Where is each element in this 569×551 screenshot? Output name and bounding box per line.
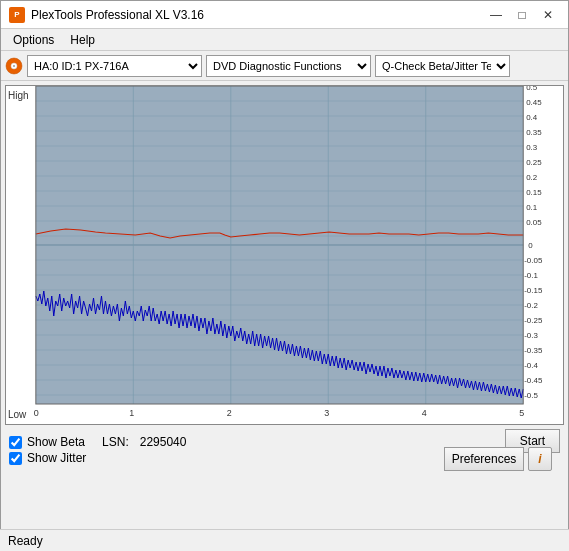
svg-text:-0.2: -0.2 [524, 301, 538, 310]
svg-text:0.35: 0.35 [526, 128, 542, 137]
show-beta-row: Show Beta LSN: 2295040 [9, 435, 186, 449]
status-text: Ready [8, 534, 43, 548]
preferences-button[interactable]: Preferences [444, 447, 524, 471]
svg-text:0.4: 0.4 [526, 113, 538, 122]
show-jitter-label[interactable]: Show Jitter [27, 451, 86, 465]
menu-help[interactable]: Help [62, 31, 103, 49]
svg-text:2: 2 [227, 408, 232, 418]
menu-options[interactable]: Options [5, 31, 62, 49]
svg-text:-0.25: -0.25 [524, 316, 543, 325]
chart-svg: 0.5 0.45 0.4 0.35 0.3 0.25 0.2 0.15 0.1 … [6, 86, 563, 424]
lsn-label: LSN: [102, 435, 129, 449]
pref-buttons: Preferences i [444, 447, 552, 471]
svg-text:0.3: 0.3 [526, 143, 538, 152]
svg-text:5: 5 [519, 408, 524, 418]
svg-text:-0.4: -0.4 [524, 361, 538, 370]
svg-text:4: 4 [422, 408, 427, 418]
svg-text:0: 0 [528, 241, 533, 250]
svg-text:0.2: 0.2 [526, 173, 538, 182]
title-bar: P PlexTools Professional XL V3.16 — □ ✕ [1, 1, 568, 29]
title-bar-left: P PlexTools Professional XL V3.16 [9, 7, 204, 23]
show-beta-label[interactable]: Show Beta [27, 435, 85, 449]
svg-text:-0.05: -0.05 [524, 256, 543, 265]
svg-text:-0.15: -0.15 [524, 286, 543, 295]
lsn-value: 2295040 [140, 435, 187, 449]
y-axis-high-label: High [8, 90, 29, 101]
svg-text:0: 0 [34, 408, 39, 418]
maximize-button[interactable]: □ [510, 5, 534, 25]
y-axis-low-label: Low [8, 409, 26, 420]
svg-text:0.25: 0.25 [526, 158, 542, 167]
status-bar: Ready [0, 529, 569, 551]
info-button[interactable]: i [528, 447, 552, 471]
test-select[interactable]: Q-Check Beta/Jitter Test [375, 55, 510, 77]
function-select[interactable]: DVD Diagnostic Functions [206, 55, 371, 77]
svg-text:-0.5: -0.5 [524, 391, 538, 400]
svg-text:3: 3 [324, 408, 329, 418]
svg-text:-0.45: -0.45 [524, 376, 543, 385]
menu-bar: Options Help [1, 29, 568, 51]
chart-container: High Low 0.5 [5, 85, 564, 425]
svg-text:0.15: 0.15 [526, 188, 542, 197]
svg-text:0.1: 0.1 [526, 203, 538, 212]
svg-point-2 [13, 65, 15, 67]
svg-text:-0.3: -0.3 [524, 331, 538, 340]
window-title: PlexTools Professional XL V3.16 [31, 8, 204, 22]
svg-text:0.45: 0.45 [526, 98, 542, 107]
bottom-panel: Show Beta LSN: 2295040 Show Jitter Start… [1, 429, 568, 475]
show-beta-checkbox[interactable] [9, 436, 22, 449]
drive-select[interactable]: HA:0 ID:1 PX-716A [27, 55, 202, 77]
svg-text:0.05: 0.05 [526, 218, 542, 227]
show-jitter-checkbox[interactable] [9, 452, 22, 465]
svg-text:-0.35: -0.35 [524, 346, 543, 355]
checkboxes: Show Beta LSN: 2295040 Show Jitter [9, 435, 186, 465]
show-jitter-row: Show Jitter [9, 451, 186, 465]
svg-text:1: 1 [129, 408, 134, 418]
minimize-button[interactable]: — [484, 5, 508, 25]
close-button[interactable]: ✕ [536, 5, 560, 25]
drive-disc-icon [5, 57, 23, 75]
svg-text:-0.1: -0.1 [524, 271, 538, 280]
app-icon: P [9, 7, 25, 23]
title-controls: — □ ✕ [484, 5, 560, 25]
toolbar: HA:0 ID:1 PX-716A DVD Diagnostic Functio… [1, 51, 568, 81]
svg-text:0.5: 0.5 [526, 86, 538, 92]
